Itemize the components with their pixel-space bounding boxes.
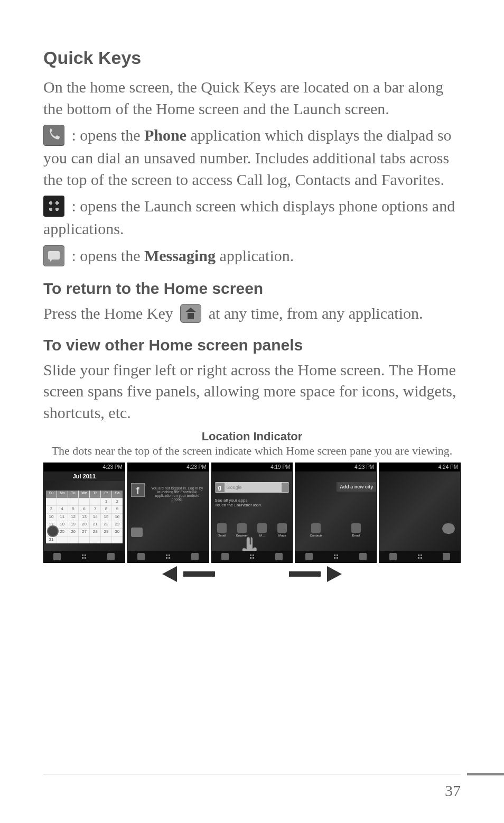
calendar-grid: SuMoTuWeThFrSa12345678910111213141516171…: [46, 491, 123, 543]
google-search-bar: g Google: [215, 482, 290, 493]
calendar-day: 14: [90, 514, 100, 521]
center-hint2: Touch the Launcher icon.: [215, 503, 262, 507]
calendar-month: Jul 2011: [44, 471, 125, 481]
dock-phone-icon: [389, 553, 397, 560]
calendar-day: 19: [68, 521, 79, 528]
dock-phone-icon: [305, 553, 313, 560]
app-icon: [277, 523, 287, 533]
app-shortcut: Maps: [276, 523, 288, 537]
launcher-text: : opens the Launch screen which displays…: [43, 197, 455, 237]
launcher-key-paragraph: : opens the Launch screen which displays…: [43, 196, 461, 240]
calendar-day: [101, 537, 111, 543]
screenshot-center: 4:19 PM g Google See all your apps. Touc…: [211, 463, 293, 563]
calendar-day: 3: [46, 506, 57, 513]
dock-launcher-icon: [164, 553, 172, 560]
screenshot-calendar: 4:23 PM Jul 2011 SuMoTuWeThFrSa123456789…: [43, 463, 125, 563]
phone-bold: Phone: [144, 126, 186, 144]
calendar-day: 8: [101, 506, 111, 513]
home-text-post: at any time, from any application.: [204, 304, 423, 322]
calendar-day: 6: [79, 506, 89, 513]
calendar-day: 13: [79, 514, 89, 521]
location-indicator-block: Location Indicator The dots near the top…: [43, 430, 461, 458]
return-home-heading: To return to the Home screen: [43, 280, 461, 298]
msg-text-post: application.: [216, 247, 294, 264]
dock-phone-icon: [221, 553, 229, 560]
home-text-pre: Press the Home Key: [43, 304, 177, 322]
status-bar: 4:23 PM: [44, 463, 125, 471]
youtube-icon: [131, 528, 143, 537]
calendar-dow: Fr: [101, 491, 111, 498]
calendar-day: [79, 537, 89, 543]
app-shortcut: Email: [350, 523, 362, 537]
page-number: 37: [445, 782, 461, 800]
calendar-day: 27: [79, 529, 89, 535]
status-bar: 4:24 PM: [379, 463, 460, 471]
app-icon: [351, 523, 361, 533]
dock-launcher-icon: [332, 553, 340, 560]
dock-messaging-icon: [443, 553, 450, 560]
view-panels-heading: To view other Home screen panels: [43, 336, 461, 354]
calendar-day: [46, 498, 57, 505]
calendar-day: 28: [90, 529, 100, 535]
screenshot-facebook: 4:23 PM f You are not logged in. Log in …: [127, 463, 209, 563]
app-shortcut: Gmail: [216, 523, 228, 537]
footer-rule: [43, 774, 461, 774]
calendar-day: [90, 498, 100, 505]
calendar-day: 26: [68, 529, 79, 535]
view-panels-paragraph: Slide your finger left or right across t…: [43, 359, 461, 424]
search-placeholder: Google: [227, 485, 242, 490]
calendar-day: 7: [90, 506, 100, 513]
msg-text-pre: : opens the: [68, 247, 144, 264]
msg-bold: Messaging: [144, 247, 216, 264]
calendar-day: 15: [101, 514, 111, 521]
calendar-day: 31: [46, 537, 57, 543]
calendar-day: [112, 537, 123, 543]
center-hint1: See all your apps.: [215, 498, 262, 503]
google-g-icon: g: [215, 483, 225, 492]
dock-messaging-icon: [107, 553, 115, 560]
calendar-day: [57, 498, 68, 505]
calendar-day: 20: [79, 521, 89, 528]
calendar-dow: Tu: [68, 491, 79, 498]
arrow-left-icon: [162, 566, 215, 582]
calendar-day: [68, 498, 79, 505]
calendar-day: 22: [101, 521, 111, 528]
dock-launcher-icon: [416, 553, 424, 560]
app-icon: [217, 523, 227, 533]
calendar-day: 4: [57, 506, 68, 513]
camera-icon: [47, 525, 59, 537]
calendar-day: 10: [46, 514, 57, 521]
dock: [128, 551, 209, 562]
calendar-day: [90, 537, 100, 543]
calendar-day: [57, 537, 68, 543]
phone-key-paragraph: : opens the Phone application which disp…: [43, 125, 461, 190]
dock: [379, 551, 460, 562]
calendar-day: 9: [112, 506, 123, 513]
app-icon: [257, 523, 267, 533]
swipe-arrows: [43, 566, 461, 582]
clock-app-row: ContactsEmail: [295, 521, 376, 537]
calendar-dow: We: [79, 491, 89, 498]
facebook-icon: f: [131, 483, 145, 497]
calendar-day: 1: [101, 498, 111, 505]
phone-icon: [43, 125, 64, 146]
calendar-day: 2: [112, 498, 123, 505]
location-indicator-desc: The dots near the top of the screen indi…: [43, 443, 461, 458]
calendar-day: 18: [57, 521, 68, 528]
calendar-day: 21: [90, 521, 100, 528]
arrow-right-icon: [289, 566, 342, 582]
calendar-day: [68, 537, 79, 543]
calendar-dow: Mo: [57, 491, 68, 498]
dock-phone-icon: [137, 553, 145, 560]
dock-messaging-icon: [275, 553, 283, 560]
facebook-login-text: You are not logged in. Log in by launchi…: [149, 486, 206, 501]
app-icon: [237, 523, 247, 533]
calendar-day: 5: [68, 506, 79, 513]
center-hint-text: See all your apps. Touch the Launcher ic…: [215, 498, 262, 507]
return-home-paragraph: Press the Home Key at any time, from any…: [43, 303, 461, 325]
calendar-day: 29: [101, 529, 111, 535]
app-shortcut: Contacts: [310, 523, 322, 537]
home-key-icon: [180, 304, 201, 323]
calendar-day: 11: [57, 514, 68, 521]
quick-keys-heading: Quick Keys: [43, 48, 461, 68]
